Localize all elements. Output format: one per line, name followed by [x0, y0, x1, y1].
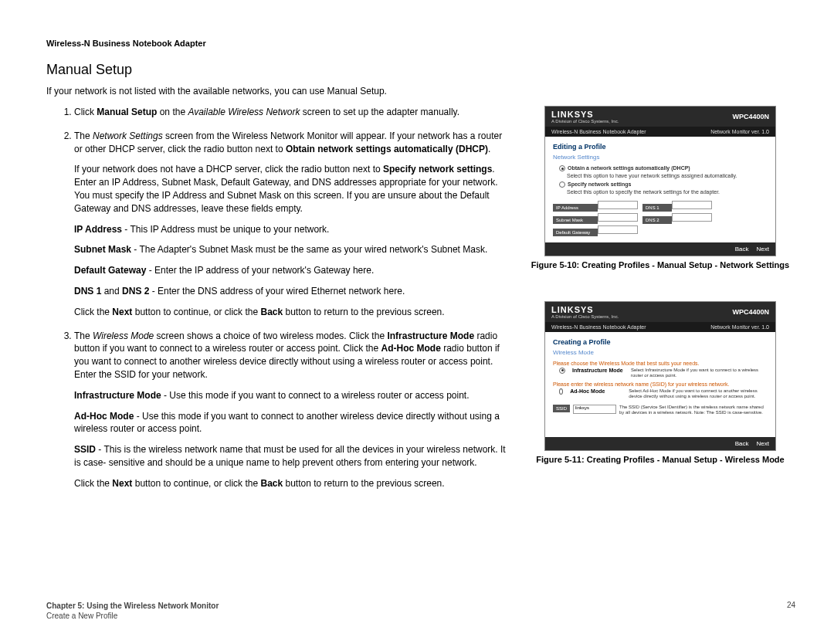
back-button[interactable]: Back — [735, 440, 749, 447]
radio-adhoc[interactable] — [559, 388, 563, 395]
screenshot-wireless-mode: LINKSYS A Division of Cisco Systems, Inc… — [544, 301, 776, 451]
figure-5-10: LINKSYS A Division of Cisco Systems, Inc… — [525, 106, 795, 270]
radio-dhcp[interactable] — [559, 165, 565, 171]
main-content: Click Manual Setup on the Available Wire… — [46, 106, 510, 501]
step-2: The Network Settings screen from the Wir… — [74, 130, 510, 319]
page-footer: Chapter 5: Using the Wireless Network Mo… — [46, 601, 795, 621]
figure-5-11: LINKSYS A Division of Cisco Systems, Inc… — [525, 301, 795, 465]
screenshot-network-settings: LINKSYS A Division of Cisco Systems, Inc… — [544, 106, 776, 256]
ssid-input[interactable]: linksys — [573, 405, 616, 414]
figure-caption-5-10: Figure 5-10: Creating Profiles - Manual … — [531, 259, 789, 270]
intro-text: If your network is not listed with the a… — [46, 86, 795, 97]
dns1-input[interactable] — [672, 201, 712, 209]
next-button[interactable]: Next — [757, 440, 769, 447]
subnet-input[interactable] — [598, 213, 638, 222]
figure-caption-5-11: Figure 5-11: Creating Profiles - Manual … — [536, 454, 784, 465]
dns2-input[interactable] — [672, 213, 712, 222]
doc-header: Wireless-N Business Notebook Adapter — [46, 39, 795, 48]
next-button[interactable]: Next — [757, 246, 769, 253]
back-button[interactable]: Back — [735, 246, 749, 253]
step-1: Click Manual Setup on the Available Wire… — [74, 106, 510, 119]
ip-input[interactable] — [598, 201, 638, 209]
radio-infrastructure[interactable] — [559, 368, 565, 374]
radio-specify[interactable] — [559, 181, 565, 188]
page-title: Manual Setup — [46, 62, 795, 78]
gateway-input[interactable] — [598, 225, 638, 234]
step-3: The Wireless Mode screen shows a choice … — [74, 330, 510, 490]
